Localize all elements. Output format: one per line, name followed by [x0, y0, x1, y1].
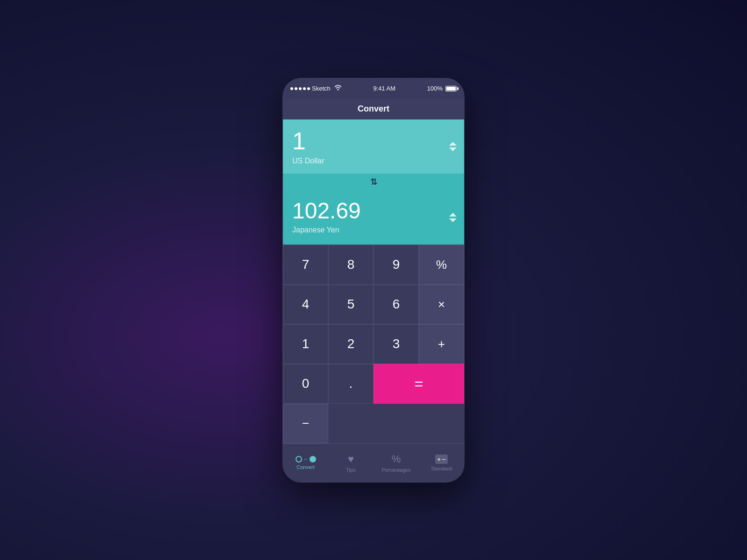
key-equals[interactable]: = [374, 364, 464, 404]
tab-tips[interactable]: ♥ Tips [328, 449, 374, 476]
key-minus[interactable]: − [283, 404, 328, 443]
battery-icon [445, 86, 457, 91]
key-plus[interactable]: + [419, 324, 464, 364]
bottom-stepper-down[interactable] [449, 218, 457, 222]
key-percent[interactable]: % [419, 245, 464, 285]
key-6[interactable]: 6 [374, 285, 419, 324]
tab-percentages-label: Percentages [382, 467, 411, 473]
phone-frame: Sketch 9:41 AM 100% Convert 1 US Dollar [282, 78, 465, 483]
tab-standard[interactable]: + − Standard [419, 451, 464, 475]
keypad: 7 8 9 % 4 5 6 × 1 2 3 + 0 . = − [283, 245, 464, 443]
battery-percent: 100% [427, 85, 443, 92]
standard-icon: + − [435, 455, 447, 464]
arrow-between-icon: ↔ [303, 456, 308, 462]
status-right: 100% [427, 85, 457, 92]
top-stepper[interactable] [449, 142, 457, 151]
top-currency-value: 1 [292, 129, 455, 153]
convert-tab-icon: ↔ [296, 456, 316, 462]
signal-dot-2 [295, 87, 297, 90]
tab-standard-label: Standard [431, 466, 452, 471]
app-title: Convert [358, 104, 389, 114]
status-bar: Sketch 9:41 AM 100% [283, 78, 464, 99]
key-3[interactable]: 3 [374, 324, 419, 364]
signal-dot-5 [307, 87, 310, 90]
key-1[interactable]: 1 [283, 324, 328, 364]
key-multiply[interactable]: × [419, 285, 464, 324]
carrier-name: Sketch [312, 85, 331, 92]
signal-dot-1 [290, 87, 293, 90]
top-currency-name: US Dollar [292, 157, 455, 165]
time-display: 9:41 AM [373, 85, 395, 92]
heart-icon: ♥ [348, 453, 354, 465]
status-left: Sketch [290, 85, 342, 92]
key-8[interactable]: 8 [328, 245, 374, 285]
tab-percentages[interactable]: % Percentages [374, 449, 419, 476]
currency-panel-bottom: 102.69 Japanese Yen [283, 190, 464, 245]
battery-fill [446, 87, 456, 91]
top-stepper-up[interactable] [449, 142, 457, 146]
bottom-currency-value: 102.69 [292, 200, 455, 222]
key-5[interactable]: 5 [328, 285, 374, 324]
key-0[interactable]: 0 [283, 364, 328, 404]
top-stepper-down[interactable] [449, 147, 457, 151]
currency-panel-top: 1 US Dollar [283, 119, 464, 174]
signal-dot-4 [303, 87, 306, 90]
wifi-icon [334, 85, 342, 92]
title-bar: Convert [283, 99, 464, 119]
key-2[interactable]: 2 [328, 324, 374, 364]
signal-dot-3 [299, 87, 302, 90]
bottom-stepper-up[interactable] [449, 213, 457, 217]
circle-left-icon [296, 456, 302, 462]
signal-dots [290, 87, 310, 90]
percent-icon: % [392, 453, 401, 465]
tab-bar: ↔ Convert ♥ Tips % Percentages + − Stand… [283, 443, 464, 482]
swap-icon: ⇅ [370, 177, 377, 187]
key-7[interactable]: 7 [283, 245, 328, 285]
tab-convert[interactable]: ↔ Convert [283, 452, 328, 474]
key-decimal[interactable]: . [328, 364, 374, 404]
bottom-currency-name: Japanese Yen [292, 226, 455, 234]
key-4[interactable]: 4 [283, 285, 328, 324]
key-9[interactable]: 9 [374, 245, 419, 285]
circle-right-icon [310, 456, 316, 462]
tab-convert-label: Convert [296, 464, 315, 470]
tab-tips-label: Tips [346, 467, 355, 473]
bottom-stepper[interactable] [449, 213, 457, 222]
swap-divider[interactable]: ⇅ [283, 174, 464, 190]
